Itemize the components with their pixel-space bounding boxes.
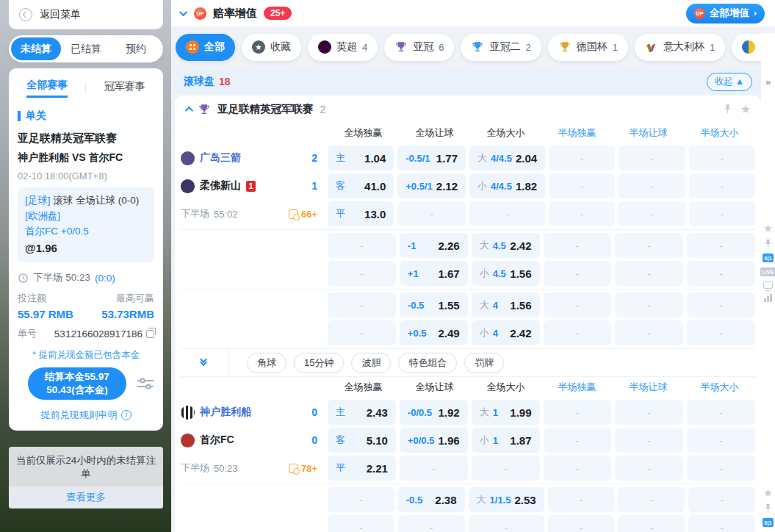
odds-cell[interactable]: +0.52.49	[400, 320, 468, 345]
view-more-link[interactable]: 查看更多	[9, 486, 163, 508]
league-tab-7[interactable]: 巴甲1	[732, 34, 761, 61]
subtab-divider	[85, 83, 86, 93]
odds-cell[interactable]: 大1/1.52.53	[469, 487, 544, 512]
collapse-button[interactable]: 收起▲	[707, 73, 752, 91]
odds-cell[interactable]: 平2.21	[328, 456, 396, 481]
league-tab-0[interactable]: 全部	[176, 34, 235, 61]
star-icon[interactable]: ★	[740, 104, 751, 115]
chevron-up-icon[interactable]	[185, 106, 193, 114]
column-header-4[interactable]: 半场让球	[613, 381, 684, 394]
odds-cell[interactable]: 大11.99	[472, 400, 540, 425]
bet-datetime: 02-10 18:00(GMT+8)	[18, 170, 154, 181]
team-row[interactable]: 首尔FC0	[181, 428, 317, 453]
column-header-3[interactable]: 半场独赢	[541, 126, 613, 140]
odds-value: 1.96	[438, 434, 459, 447]
odds-cell[interactable]: -0.51.55	[400, 292, 468, 317]
odds-cell[interactable]: +0/0.51.96	[400, 428, 468, 453]
market-tab-2[interactable]: 波胆	[351, 353, 391, 373]
odds-dash-cell: -	[687, 456, 755, 481]
team-row[interactable]: 柔佛新山11	[181, 173, 317, 198]
league-tab-5[interactable]: 德国杯1	[548, 34, 628, 61]
odds-value: 2.43	[367, 406, 388, 419]
odds-cell[interactable]: +11.67	[400, 261, 468, 286]
column-header-4[interactable]: 半场让球	[613, 126, 684, 140]
market-tab-4[interactable]: 罚牌	[464, 353, 504, 373]
score-badge[interactable]: 0|1	[763, 518, 773, 527]
odds-dash-cell: -	[615, 320, 683, 345]
odds-cell[interactable]: 小4.51.56	[472, 261, 540, 286]
column-header-3[interactable]: 半场独赢	[541, 381, 613, 394]
odds-cell[interactable]: +0.5/12.12	[397, 173, 466, 198]
column-header-5[interactable]: 半场大小	[684, 126, 755, 140]
favorite-star-icon[interactable]: ★	[763, 487, 773, 498]
odds-handicap: +1	[408, 268, 419, 279]
odds-cell[interactable]: -0/0.51.92	[400, 400, 468, 425]
boost-up-icon: UP	[694, 8, 705, 19]
tab-settled[interactable]: 已结算	[61, 37, 111, 60]
score-badge[interactable]: 0|1	[763, 254, 773, 262]
odds-cell[interactable]: 客5.10	[328, 428, 396, 453]
league-tab-3[interactable]: 亚冠6	[384, 34, 454, 61]
market-tab-0[interactable]: 角球	[247, 353, 286, 373]
subtab-all-events[interactable]: 全部赛事	[26, 79, 68, 98]
odds-cell[interactable]: 小42.42	[472, 320, 540, 345]
odds-cell[interactable]: 客41.0	[328, 173, 394, 198]
odds-cell[interactable]: 主2.43	[328, 400, 396, 425]
odds-value: 1.55	[438, 299, 459, 312]
back-label: 返回菜单	[40, 8, 81, 21]
league-tab-label: 亚冠二	[489, 40, 520, 54]
live-badge[interactable]: LIVE	[760, 267, 775, 276]
odds-cell[interactable]: 大41.56	[472, 292, 540, 317]
odds-dash-cell: -	[619, 173, 685, 198]
odds-cell[interactable]: 小11.87	[472, 428, 540, 453]
league-tab-2[interactable]: 英超4	[308, 34, 378, 61]
team-score: 2	[311, 152, 317, 164]
team-row[interactable]: 神户胜利船0	[181, 400, 317, 425]
match-1-tools: ★ 0|1 LIVE	[761, 223, 775, 302]
league-tab-6[interactable]: V意大利杯1	[635, 34, 725, 61]
copy-icon[interactable]	[146, 330, 154, 338]
stats-icon[interactable]	[764, 294, 772, 302]
more-markets-link[interactable]: 78+	[289, 463, 317, 474]
team-row[interactable]: 广岛三箭2	[181, 145, 317, 170]
pin-icon[interactable]	[763, 503, 773, 513]
odds-cell[interactable]: -0.5/11.77	[397, 145, 466, 170]
circle-icon	[742, 40, 755, 54]
odds-cell[interactable]: 小4/4.51.82	[469, 173, 545, 198]
back-button[interactable]: 返回菜单	[9, 0, 163, 29]
pin-icon[interactable]	[722, 104, 733, 115]
expand-markets-button[interactable]	[181, 349, 229, 376]
pin-icon[interactable]	[763, 239, 773, 248]
cashout-rules-link[interactable]: 提前兑现规则申明 i	[18, 409, 154, 422]
odds-value: 13.0	[364, 208, 386, 220]
market-tab-1[interactable]: 15分钟	[294, 353, 344, 373]
odds-cell[interactable]: -12.26	[400, 233, 468, 258]
odds-cell[interactable]: 平13.0	[328, 201, 394, 226]
tab-unsettled[interactable]: 未结算	[11, 37, 61, 60]
cashout-button[interactable]: 结算本金55.97 50.43(含本金)	[28, 367, 126, 400]
match-block-1: 广岛三箭2柔佛新山11下半场55:0266+主1.04-0.5/11.77大4/…	[181, 143, 755, 349]
favorite-star-icon[interactable]: ★	[763, 223, 773, 234]
column-header-5[interactable]: 半场大小	[684, 381, 755, 394]
odds-cell[interactable]: 大4.52.42	[472, 233, 540, 258]
more-markets-link[interactable]: 66+	[289, 209, 317, 220]
markets-count: 66+	[301, 209, 317, 220]
team-column	[181, 292, 328, 345]
tab-reserved[interactable]: 预约	[111, 37, 161, 60]
cashout-settings-icon[interactable]	[137, 376, 154, 391]
stream-icon[interactable]	[763, 281, 773, 289]
league-tab-4[interactable]: 亚冠二2	[461, 34, 541, 61]
extra-markets-row: 角球15分钟波胆特色组合罚牌	[181, 349, 755, 377]
subtab-outrights[interactable]: 冠军赛事	[104, 80, 145, 97]
odds-cell[interactable]: 主1.04	[328, 145, 394, 170]
league-tab-1[interactable]: ★收藏	[242, 34, 301, 61]
chevron-down-icon[interactable]	[179, 8, 187, 16]
more-leagues-button[interactable]: »	[761, 66, 775, 98]
all-boost-button[interactable]: UP 全部增值 ›	[686, 4, 765, 24]
odds-value: 1.56	[510, 267, 531, 280]
max-win-value: 53.73RMB	[101, 308, 154, 320]
odds-cell[interactable]: 大4/4.52.04	[469, 145, 545, 170]
market-tab-3[interactable]: 特色组合	[398, 353, 457, 373]
odds-cell[interactable]: -0.52.38	[398, 487, 465, 512]
match-status-row: 下半场50:2378+	[181, 456, 317, 481]
